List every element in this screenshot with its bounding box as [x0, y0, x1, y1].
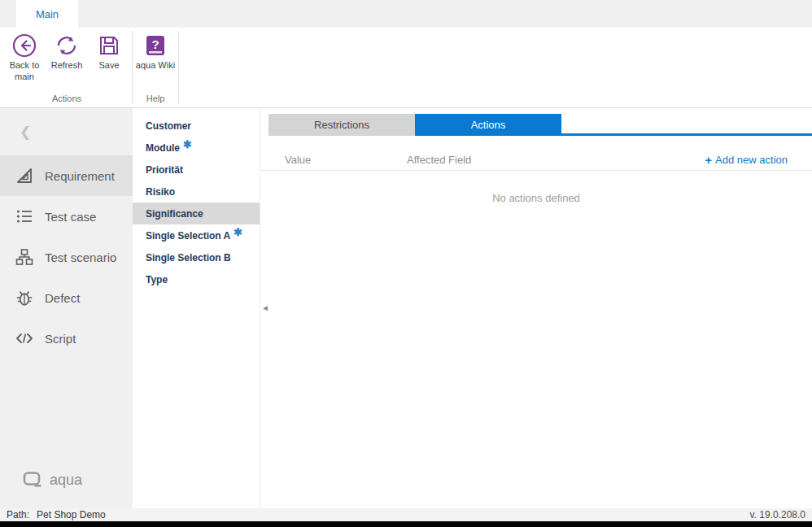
- tabs-spacer: [260, 114, 268, 136]
- status-bar: Path: Pet Shop Demo v. 19.0.208.0: [0, 508, 812, 521]
- field-label: Single Selection A: [146, 230, 230, 242]
- path-display: Path: Pet Shop Demo: [7, 509, 106, 520]
- bug-icon: [15, 288, 34, 307]
- panel-splitter-collapse-icon[interactable]: ◄: [261, 303, 269, 312]
- sidebar-item-defect[interactable]: Defect: [0, 277, 133, 318]
- empty-state-message: No actions defined: [260, 192, 812, 204]
- add-new-action-link[interactable]: + Add new action: [705, 153, 812, 167]
- sidebar-item-label: Defect: [45, 291, 80, 305]
- tab-main[interactable]: Main: [16, 0, 78, 28]
- field-label: Single Selection B: [146, 252, 231, 264]
- column-header-value: Value: [260, 154, 407, 166]
- sidebar: ❮ Requirement Test case: [0, 108, 133, 508]
- tabs-underline: [561, 114, 812, 136]
- sidebar-item-label: Requirement: [45, 169, 115, 183]
- sidebar-collapse-button[interactable]: ❮: [0, 108, 133, 155]
- add-new-action-label: Add new action: [715, 154, 788, 166]
- field-label: Type: [146, 274, 168, 285]
- required-asterisk: ✱: [183, 138, 192, 150]
- refresh-button[interactable]: Refresh: [46, 28, 88, 94]
- bottom-black-bar: [0, 521, 812, 527]
- save-button[interactable]: Save: [88, 28, 130, 94]
- aqua-logo-text: aqua: [50, 472, 82, 489]
- code-icon: [15, 329, 34, 348]
- path-label: Path:: [7, 509, 29, 520]
- actions-table-header: Value Affected Field + Add new action: [260, 150, 812, 171]
- group-separator: [178, 31, 179, 104]
- group-label-help: Help: [134, 94, 177, 107]
- button-label: Refresh: [51, 60, 83, 72]
- field-item-significance[interactable]: Significance: [133, 203, 260, 224]
- sidebar-item-script[interactable]: Script: [0, 318, 133, 359]
- button-label: Save: [98, 60, 119, 72]
- field-item-type[interactable]: Type: [133, 268, 260, 290]
- button-label: aqua Wiki: [136, 60, 175, 72]
- field-item-prioritaet[interactable]: Priorität: [133, 159, 260, 181]
- sidebar-item-label: Script: [45, 332, 76, 346]
- field-label: Customer: [146, 120, 191, 132]
- button-label: Back to main: [3, 60, 46, 83]
- field-label: Risiko: [146, 186, 175, 198]
- column-header-affected-field: Affected Field: [407, 154, 705, 166]
- sidebar-item-label: Test scenario: [45, 250, 116, 264]
- wiki-question-icon: ?: [142, 33, 168, 59]
- ribbon-tab-strip: Main: [0, 0, 812, 28]
- ribbon-group-help: ? aqua Wiki Help: [134, 28, 177, 107]
- sidebar-item-test-case[interactable]: Test case: [0, 196, 133, 237]
- set-square-icon: [15, 166, 34, 185]
- field-label: Significance: [146, 208, 203, 220]
- sidebar-item-requirement[interactable]: Requirement: [0, 155, 133, 196]
- ribbon-group-actions: Back to main Refresh: [3, 28, 130, 107]
- sidebar-item-label: Test case: [45, 210, 96, 224]
- aqua-wiki-button[interactable]: ? aqua Wiki: [134, 28, 177, 94]
- refresh-icon: [54, 33, 80, 59]
- sidebar-item-test-scenario[interactable]: Test scenario: [0, 237, 133, 277]
- chevron-left-icon: ❮: [20, 124, 31, 141]
- list-icon: [15, 207, 34, 226]
- field-item-single-selection-a[interactable]: Single Selection A ✱: [133, 224, 260, 246]
- aqua-logo-icon: [23, 471, 43, 489]
- tab-restrictions[interactable]: Restrictions: [268, 114, 415, 136]
- field-item-single-selection-b[interactable]: Single Selection B: [133, 246, 260, 268]
- required-asterisk: ✱: [234, 226, 242, 238]
- save-floppy-icon: [96, 33, 122, 59]
- hierarchy-icon: [15, 247, 34, 267]
- field-label: Priorität: [146, 164, 183, 176]
- field-label: Module: [146, 142, 180, 154]
- back-circle-icon: [11, 33, 37, 59]
- tab-actions[interactable]: Actions: [415, 114, 561, 136]
- main-tabs: Restrictions Actions: [260, 114, 812, 136]
- back-to-main-button[interactable]: Back to main: [3, 28, 46, 94]
- field-list: Customer Module ✱ Priorität Risiko Signi…: [133, 108, 260, 508]
- svg-text:?: ?: [151, 37, 159, 51]
- group-label-actions: Actions: [3, 94, 130, 107]
- field-item-module[interactable]: Module ✱: [133, 137, 260, 159]
- aqua-logo: aqua: [0, 471, 133, 508]
- content-area: ❮ Requirement Test case: [0, 108, 812, 508]
- path-value: Pet Shop Demo: [37, 509, 106, 520]
- ribbon: Back to main Refresh: [0, 28, 812, 108]
- main-panel: ◄ Restrictions Actions Value Affected Fi…: [260, 108, 812, 508]
- field-item-customer[interactable]: Customer: [133, 115, 260, 137]
- group-separator: [132, 31, 133, 104]
- plus-icon: +: [705, 153, 712, 167]
- version-label: v. 19.0.208.0: [750, 509, 806, 520]
- field-item-risiko[interactable]: Risiko: [133, 181, 260, 203]
